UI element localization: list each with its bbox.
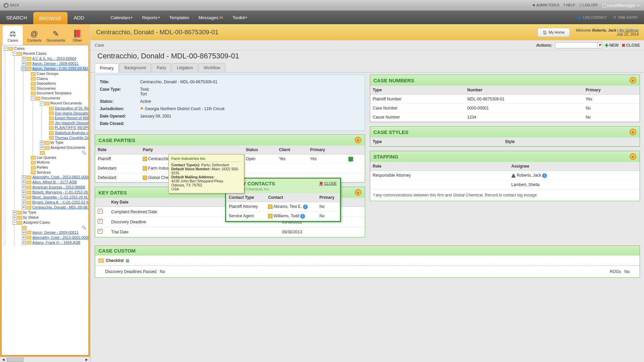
- collapse-button[interactable]: [630, 153, 636, 160]
- collapse-button[interactable]: [355, 189, 361, 196]
- help-icon: ?: [563, 3, 565, 7]
- nav-toolkit[interactable]: Toolkit▾: [232, 11, 247, 24]
- nav-tab-add[interactable]: ADD: [68, 11, 90, 24]
- close-button[interactable]: ✖CLOSE: [621, 43, 640, 48]
- popup-close-button[interactable]: ✖CLOSE: [319, 181, 337, 186]
- gavel-icon: ⚑: [140, 106, 144, 111]
- log-contact-button[interactable]: 👤LOG CONTACT: [577, 11, 607, 24]
- case-parties-panel: CASE PARTIES RolePartyStatusClientPrimar…: [95, 134, 365, 183]
- clock-icon: ⏱: [613, 16, 616, 19]
- contact-card-icon: [143, 157, 147, 161]
- horizontal-scrollbar[interactable]: ◄►: [0, 357, 90, 362]
- nav-templates[interactable]: Templates: [169, 11, 189, 24]
- admin-tools-link[interactable]: ✸ADMIN TOOLS: [532, 3, 559, 7]
- pencil-icon: ✎: [53, 30, 59, 38]
- contact-icon: 👤: [577, 16, 582, 19]
- search-small-icon[interactable]: 🔍: [82, 225, 86, 230]
- subtab-documents[interactable]: ✎Documents: [46, 26, 66, 45]
- help-link[interactable]: ?HELP: [563, 3, 575, 7]
- case-tree[interactable]: −Cases −Recent Cases +A C & S, Inc. - 20…: [1, 45, 89, 355]
- close-icon: ✖: [621, 43, 626, 48]
- contact-tooltip: Farm Industries Inc Contact Type(s): Par…: [168, 154, 244, 193]
- case-custom-panel: CASE CUSTOM Checklist ▦ Discovery Deadli…: [95, 245, 640, 278]
- gear-icon: ✸: [532, 3, 535, 7]
- number-row[interactable]: Plaintiff NumberMDL-00-8675309-01Yes: [370, 95, 640, 104]
- collapse-button[interactable]: [630, 77, 636, 84]
- case-info-box: Title:Centracchio, Donald - MDL-00-86753…: [95, 75, 365, 131]
- search-small-icon[interactable]: 🔍: [82, 150, 86, 155]
- staff-row[interactable]: Responsible AttorneyRoberts, Jacki: [370, 171, 640, 180]
- contact-row[interactable]: Service AgentWilliams, ToddiNo: [226, 211, 340, 221]
- book-icon: 📕: [73, 30, 82, 38]
- back-label: BACK: [10, 3, 19, 7]
- page-title: Centracchio, Donald - MDL-00-8675309-01: [96, 29, 218, 36]
- breadcrumb: Case: [95, 43, 104, 48]
- tree-case-link[interactable]: A C & S, Inc. - 2010-00004: [32, 56, 76, 60]
- app-logo: ▢ caseManagerpro: [602, 3, 641, 8]
- info-icon[interactable]: i: [542, 173, 547, 178]
- new-button[interactable]: ✚NEW: [605, 43, 619, 48]
- tab-background[interactable]: Background: [119, 63, 151, 72]
- case-title: Centracchio, Donald - MDL-00-8675309-01: [91, 50, 644, 63]
- my-home-button[interactable]: 🏠My Home: [538, 28, 570, 37]
- number-row[interactable]: Cause Number1234No: [370, 113, 640, 122]
- checklist-row[interactable]: Checklist ▦: [95, 256, 640, 266]
- plus-icon: ✚: [605, 43, 609, 48]
- tab-workflow[interactable]: Workflow: [199, 63, 225, 72]
- tab-primary[interactable]: Primary: [95, 63, 119, 73]
- tab-litigation[interactable]: Litigation: [172, 63, 198, 72]
- subtab-contacts[interactable]: @Contacts: [24, 26, 44, 45]
- my-settings-link[interactable]: My Settings: [619, 28, 639, 32]
- excel-icon[interactable]: ▦: [126, 258, 129, 263]
- subtab-cases[interactable]: ⚖Cases: [3, 26, 23, 45]
- case-styles-panel: CASE STYLES TypeStyle: [370, 126, 640, 147]
- at-icon: @: [31, 30, 38, 38]
- number-row[interactable]: Case Number0005-00001No: [370, 104, 640, 113]
- case-numbers-panel: CASE NUMBERS TypeNumberPrimary Plaintiff…: [370, 75, 640, 122]
- tree-toggle[interactable]: −: [4, 47, 8, 51]
- close-icon: ✖: [319, 181, 323, 186]
- actions-label: Actions:: [536, 43, 552, 48]
- logoff-link[interactable]: ☐LOG OFF: [579, 3, 598, 7]
- home-icon: 🏠: [543, 30, 547, 35]
- folder-icon: [8, 47, 13, 51]
- keydate-row[interactable]: Trial Date09/30/2013: [95, 227, 365, 237]
- actions-dropdown[interactable]: ▾: [555, 42, 602, 48]
- nav-calendars[interactable]: Calendars▾: [111, 11, 133, 24]
- scales-icon: ⚖: [9, 30, 16, 38]
- back-button[interactable]: ◄ BACK: [3, 3, 19, 8]
- nav-messages[interactable]: Messages✉: [199, 11, 223, 24]
- check-icon: [98, 209, 102, 214]
- welcome-text: Welcome Roberts, Jack | My Settings July…: [576, 28, 639, 36]
- logoff-icon: ☐: [579, 3, 582, 7]
- action-icon[interactable]: [348, 157, 353, 162]
- collapse-button[interactable]: [630, 129, 636, 135]
- person-icon: [511, 173, 516, 178]
- contact-row[interactable]: Plaintiff AttorneyAbrams, Test E.iNo: [226, 202, 340, 212]
- subtab-other[interactable]: 📕Other: [67, 26, 87, 45]
- folder-icon: [98, 259, 104, 263]
- staffing-panel: STAFFING RoleAssignee Responsible Attorn…: [370, 151, 640, 201]
- tab-party[interactable]: Party: [152, 63, 171, 72]
- staff-row[interactable]: Lambert, Sheila: [370, 180, 640, 189]
- time-entry-button[interactable]: ⏱TIME ENTRY: [613, 11, 638, 24]
- nav-reports[interactable]: Reports▾: [142, 11, 160, 24]
- mail-icon: ✉: [219, 15, 223, 20]
- collapse-button[interactable]: [355, 137, 361, 143]
- staffing-note: f any communications between this firm a…: [370, 189, 640, 201]
- back-arrow-icon: ◄: [3, 3, 9, 8]
- nav-tab-search[interactable]: SEARCH: [0, 11, 33, 24]
- nav-tab-browse[interactable]: BROWSE: [33, 12, 68, 24]
